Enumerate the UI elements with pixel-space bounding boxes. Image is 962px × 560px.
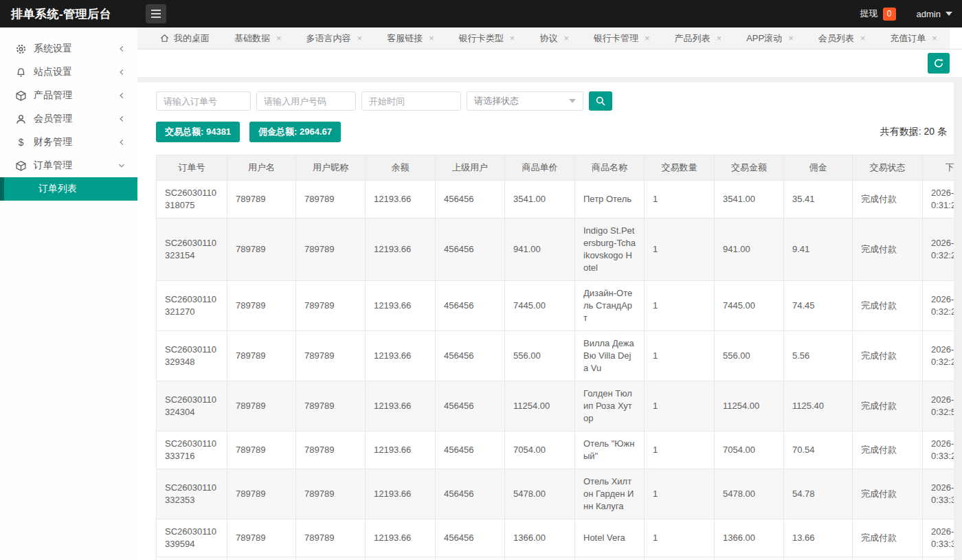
chevron-left-icon [117, 91, 126, 100]
cell-trade-qty: 1 [645, 331, 715, 381]
sidebar-item-member-management[interactable]: 会员管理 [0, 107, 137, 131]
sidebar-item-site-settings[interactable]: 站点设置 [0, 60, 137, 84]
tab-close-icon[interactable]: × [429, 34, 434, 43]
cell-trade-status: 完成付款 [853, 469, 923, 519]
cell-trade-qty: 1 [645, 181, 715, 219]
tab-app-scroll[interactable]: APP滚动× [734, 27, 806, 49]
cell-order-time: 2026-0:32:2 [923, 281, 954, 331]
filter-bar: 请选择状态 [156, 91, 954, 111]
column-header: 用户名 [227, 155, 296, 181]
chevron-left-icon [117, 137, 126, 147]
cell-order-time: 2026-0:32:2 [923, 219, 954, 281]
sidebar-toggle-button[interactable] [146, 4, 166, 23]
tab-close-icon[interactable]: × [788, 34, 794, 43]
tab-close-icon[interactable]: × [563, 34, 569, 43]
column-header: 商品名称 [575, 155, 645, 181]
status-select-value: 请选择状态 [474, 95, 519, 107]
cell-trade-amount: 941.00 [715, 219, 784, 281]
sidebar-item-order-list[interactable]: 订单列表 [0, 177, 137, 201]
cell-product-price: 5478.00 [505, 469, 575, 519]
cell-username: 789789 [227, 432, 296, 469]
tab-recharge-orders[interactable]: 充值订单× [877, 27, 950, 49]
cell-nickname: 789789 [296, 381, 366, 432]
user-menu[interactable]: admin [917, 9, 941, 19]
tab-close-icon[interactable]: × [645, 34, 650, 43]
cell-commission: 35.41 [784, 181, 853, 219]
cell-commission: 1125.40 [784, 381, 853, 432]
tab-close-icon[interactable]: × [357, 34, 363, 43]
chevron-down-icon [569, 99, 576, 103]
tab-my-desktop[interactable]: 我的桌面 [147, 27, 222, 49]
tab-label: 基础数据 [234, 32, 270, 45]
cell-order-time: 2026-0:31:2 [923, 181, 954, 219]
cell-parent-user: 456456 [436, 331, 505, 381]
cell-product-price: 7054.00 [505, 432, 575, 469]
cell-order-no: SC26030110323154 [157, 219, 227, 281]
tab-customer-service-link[interactable]: 客服链接× [374, 27, 447, 49]
tab-basic-data[interactable]: 基础数据× [222, 27, 294, 49]
cell-username: 789789 [227, 469, 296, 519]
table-header-row: 订单号用户名用户昵称余额上级用户商品单价商品名称交易数量交易金额佣金交易状态下单… [157, 155, 954, 181]
tab-bar: 我的桌面基础数据×多语言内容×客服链接×银行卡类型×协议×银行卡管理×产品列表×… [137, 27, 962, 49]
tab-label: 产品列表 [675, 32, 711, 45]
trade-total-badge: 交易总额: 94381 [156, 122, 240, 142]
order-no-input[interactable] [156, 91, 251, 111]
cell-trade-status: 完成付款 [853, 181, 923, 219]
cell-trade-qty: 1 [645, 432, 715, 469]
tab-bank-card-management[interactable]: 银行卡管理× [581, 27, 662, 49]
data-count-text: 共有数据: 20 条 [880, 126, 947, 138]
cell-product-name: Голден Тюлип Роза Хутор [575, 381, 645, 432]
sidebar-item-order-management[interactable]: 订单管理 [0, 154, 137, 177]
tab-close-icon[interactable]: × [276, 34, 282, 43]
table-body: SC2603011031807578978978978912193.664564… [157, 181, 954, 560]
tab-agreement[interactable]: 协议× [527, 27, 581, 49]
cell-order-no: SC26030110321270 [157, 281, 227, 331]
sidebar: 系统设置站点设置产品管理会员管理$财务管理订单管理订单列表 [0, 27, 137, 560]
cell-order-no: SC26030110333716 [157, 432, 227, 469]
tab-close-icon[interactable]: × [932, 34, 937, 43]
tab-close-icon[interactable]: × [717, 34, 722, 43]
sidebar-item-finance-management[interactable]: $财务管理 [0, 131, 137, 154]
user-icon [15, 113, 27, 125]
summary-bar: 交易总额: 94381 佣金总额: 2964.67 共有数据: 20 条 [156, 122, 954, 142]
bell-icon [15, 67, 27, 78]
sidebar-item-label: 站点设置 [34, 66, 117, 78]
withdraw-link[interactable]: 提现 [860, 8, 878, 20]
chevron-left-icon [117, 44, 126, 54]
tab-close-icon[interactable]: × [510, 34, 515, 43]
cell-balance: 12193.66 [366, 519, 436, 557]
search-button[interactable] [589, 91, 612, 111]
cell-parent-user: 456456 [436, 219, 505, 281]
orders-table: 订单号用户名用户昵称余额上级用户商品单价商品名称交易数量交易金额佣金交易状态下单… [156, 155, 954, 560]
cell-parent-user: 456456 [436, 469, 505, 519]
tab-close-icon[interactable]: × [860, 34, 866, 43]
start-time-input[interactable] [361, 91, 461, 111]
cell-trade-qty: 1 [645, 469, 715, 519]
tab-member-list[interactable]: 会员列表× [806, 27, 878, 49]
chevron-down-icon [117, 161, 126, 170]
refresh-button[interactable] [928, 53, 950, 74]
cell-product-price: 556.00 [505, 331, 575, 381]
tab-multilang-content[interactable]: 多语言内容× [294, 27, 375, 49]
cell-nickname: 789789 [296, 469, 366, 519]
cell-commission: 74.45 [784, 281, 853, 331]
withdraw-count-badge: 0 [883, 8, 896, 21]
cell-username: 789789 [227, 281, 296, 331]
cell-parent-user: 456456 [436, 381, 505, 432]
sidebar-item-product-management[interactable]: 产品管理 [0, 84, 137, 107]
cell-trade-amount: 556.00 [715, 331, 784, 381]
cell-balance: 12193.66 [366, 219, 436, 281]
cell-parent-user: 456456 [436, 519, 505, 557]
cell-product-name: Отель Garden Street Garden Street Hotel [575, 557, 645, 560]
cell-trade-qty: 1 [645, 281, 715, 331]
tab-order-list[interactable]: 订单列表× [950, 27, 962, 49]
table-row: SC2603011032315478978978978912193.664564… [157, 219, 954, 281]
cell-trade-amount: 3541.00 [715, 181, 784, 219]
tab-product-list[interactable]: 产品列表× [662, 27, 735, 49]
sidebar-item-system-settings[interactable]: 系统设置 [0, 37, 137, 60]
tab-bank-card-type[interactable]: 银行卡类型× [447, 27, 528, 49]
table-row: SC2603011033235378978978978912193.664564… [157, 469, 954, 519]
status-select[interactable]: 请选择状态 [467, 91, 583, 111]
column-header: 商品单价 [505, 155, 575, 181]
user-no-input[interactable] [256, 91, 356, 111]
